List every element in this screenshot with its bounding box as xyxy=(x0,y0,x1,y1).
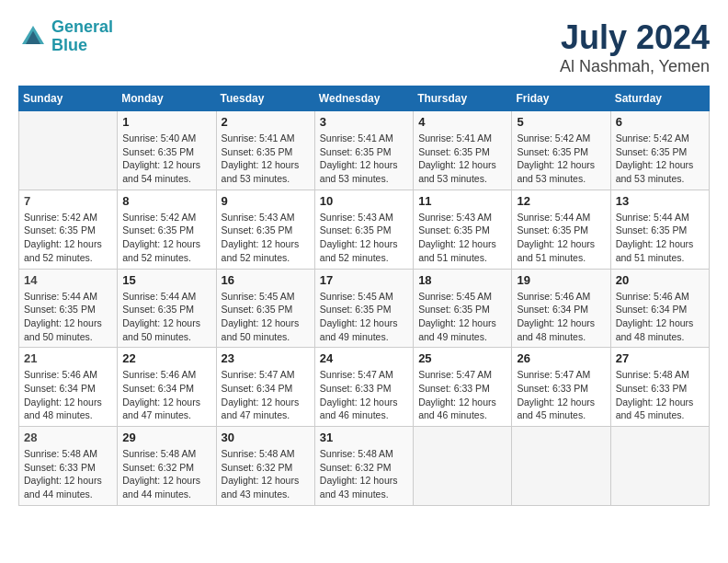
day-info: Sunrise: 5:43 AM Sunset: 6:35 PM Dayligh… xyxy=(418,211,506,265)
logo-icon xyxy=(18,22,48,52)
calendar-cell: 25Sunrise: 5:47 AM Sunset: 6:33 PM Dayli… xyxy=(414,348,512,427)
calendar-week-row: 14Sunrise: 5:44 AM Sunset: 6:35 PM Dayli… xyxy=(19,269,710,348)
calendar-table: SundayMondayTuesdayWednesdayThursdayFrid… xyxy=(18,86,710,506)
day-number: 15 xyxy=(122,273,210,287)
day-info: Sunrise: 5:47 AM Sunset: 6:34 PM Dayligh… xyxy=(222,368,310,422)
calendar-cell: 8Sunrise: 5:42 AM Sunset: 6:35 PM Daylig… xyxy=(118,190,216,269)
day-number: 8 xyxy=(122,194,210,208)
calendar-cell: 10Sunrise: 5:43 AM Sunset: 6:35 PM Dayli… xyxy=(314,190,413,269)
calendar-cell: 9Sunrise: 5:43 AM Sunset: 6:35 PM Daylig… xyxy=(216,190,314,269)
day-number: 4 xyxy=(418,115,506,129)
day-info: Sunrise: 5:43 AM Sunset: 6:35 PM Dayligh… xyxy=(320,211,408,265)
day-number: 22 xyxy=(122,351,210,365)
weekday-header: Tuesday xyxy=(216,86,314,111)
day-info: Sunrise: 5:42 AM Sunset: 6:35 PM Dayligh… xyxy=(616,132,704,186)
day-number: 23 xyxy=(222,351,310,365)
day-info: Sunrise: 5:44 AM Sunset: 6:35 PM Dayligh… xyxy=(616,211,704,265)
day-info: Sunrise: 5:44 AM Sunset: 6:35 PM Dayligh… xyxy=(517,211,605,265)
calendar-cell: 28Sunrise: 5:48 AM Sunset: 6:33 PM Dayli… xyxy=(19,427,118,506)
day-info: Sunrise: 5:48 AM Sunset: 6:32 PM Dayligh… xyxy=(320,447,408,501)
day-number: 29 xyxy=(122,431,210,444)
calendar-cell: 14Sunrise: 5:44 AM Sunset: 6:35 PM Dayli… xyxy=(19,269,118,348)
weekday-header: Monday xyxy=(118,86,216,111)
calendar-cell: 23Sunrise: 5:47 AM Sunset: 6:34 PM Dayli… xyxy=(216,348,314,427)
day-number: 17 xyxy=(320,273,408,287)
day-number: 2 xyxy=(222,115,310,129)
day-info: Sunrise: 5:44 AM Sunset: 6:35 PM Dayligh… xyxy=(24,290,112,344)
day-number: 11 xyxy=(418,194,506,208)
day-number: 13 xyxy=(616,194,704,208)
calendar-cell: 12Sunrise: 5:44 AM Sunset: 6:35 PM Dayli… xyxy=(512,190,610,269)
day-info: Sunrise: 5:41 AM Sunset: 6:35 PM Dayligh… xyxy=(320,132,408,186)
calendar-week-row: 1Sunrise: 5:40 AM Sunset: 6:35 PM Daylig… xyxy=(19,111,710,190)
calendar-cell: 29Sunrise: 5:48 AM Sunset: 6:32 PM Dayli… xyxy=(118,427,216,506)
day-info: Sunrise: 5:48 AM Sunset: 6:32 PM Dayligh… xyxy=(222,447,310,501)
day-number: 9 xyxy=(222,194,310,208)
day-info: Sunrise: 5:46 AM Sunset: 6:34 PM Dayligh… xyxy=(122,368,210,422)
day-info: Sunrise: 5:46 AM Sunset: 6:34 PM Dayligh… xyxy=(616,290,704,344)
calendar-cell: 4Sunrise: 5:41 AM Sunset: 6:35 PM Daylig… xyxy=(414,111,512,190)
logo: General Blue xyxy=(18,18,113,55)
day-number: 19 xyxy=(517,273,605,287)
calendar-cell: 22Sunrise: 5:46 AM Sunset: 6:34 PM Dayli… xyxy=(118,348,216,427)
page-header: General Blue July 2024 Al Nashmah, Yemen xyxy=(18,18,710,76)
day-info: Sunrise: 5:43 AM Sunset: 6:35 PM Dayligh… xyxy=(222,211,310,265)
day-number: 20 xyxy=(616,273,704,287)
calendar-week-row: 28Sunrise: 5:48 AM Sunset: 6:33 PM Dayli… xyxy=(19,427,710,506)
day-number: 21 xyxy=(24,351,112,365)
calendar-cell: 26Sunrise: 5:47 AM Sunset: 6:33 PM Dayli… xyxy=(512,348,610,427)
calendar-cell: 3Sunrise: 5:41 AM Sunset: 6:35 PM Daylig… xyxy=(314,111,413,190)
day-number: 10 xyxy=(320,194,408,208)
day-info: Sunrise: 5:48 AM Sunset: 6:32 PM Dayligh… xyxy=(122,447,210,501)
day-info: Sunrise: 5:42 AM Sunset: 6:35 PM Dayligh… xyxy=(122,211,210,265)
calendar-header-row: SundayMondayTuesdayWednesdayThursdayFrid… xyxy=(19,86,710,111)
day-number: 1 xyxy=(122,115,210,129)
calendar-cell: 13Sunrise: 5:44 AM Sunset: 6:35 PM Dayli… xyxy=(610,190,709,269)
calendar-week-row: 21Sunrise: 5:46 AM Sunset: 6:34 PM Dayli… xyxy=(19,348,710,427)
weekday-header: Sunday xyxy=(19,86,118,111)
day-number: 16 xyxy=(222,273,310,287)
day-info: Sunrise: 5:47 AM Sunset: 6:33 PM Dayligh… xyxy=(418,368,506,422)
calendar-cell: 18Sunrise: 5:45 AM Sunset: 6:35 PM Dayli… xyxy=(414,269,512,348)
calendar-cell: 21Sunrise: 5:46 AM Sunset: 6:34 PM Dayli… xyxy=(19,348,118,427)
day-number: 3 xyxy=(320,115,408,129)
day-info: Sunrise: 5:47 AM Sunset: 6:33 PM Dayligh… xyxy=(517,368,605,422)
day-number: 7 xyxy=(24,194,112,208)
day-number: 6 xyxy=(616,115,704,129)
weekday-header: Thursday xyxy=(414,86,512,111)
day-info: Sunrise: 5:48 AM Sunset: 6:33 PM Dayligh… xyxy=(24,447,112,501)
day-info: Sunrise: 5:44 AM Sunset: 6:35 PM Dayligh… xyxy=(122,290,210,344)
calendar-cell: 20Sunrise: 5:46 AM Sunset: 6:34 PM Dayli… xyxy=(610,269,709,348)
calendar-cell xyxy=(414,427,512,506)
day-info: Sunrise: 5:46 AM Sunset: 6:34 PM Dayligh… xyxy=(517,290,605,344)
day-number: 30 xyxy=(222,431,310,444)
weekday-header: Saturday xyxy=(610,86,709,111)
calendar-cell: 24Sunrise: 5:47 AM Sunset: 6:33 PM Dayli… xyxy=(314,348,413,427)
day-info: Sunrise: 5:41 AM Sunset: 6:35 PM Dayligh… xyxy=(222,132,310,186)
calendar-cell: 19Sunrise: 5:46 AM Sunset: 6:34 PM Dayli… xyxy=(512,269,610,348)
day-info: Sunrise: 5:41 AM Sunset: 6:35 PM Dayligh… xyxy=(418,132,506,186)
calendar-cell: 30Sunrise: 5:48 AM Sunset: 6:32 PM Dayli… xyxy=(216,427,314,506)
logo-text: General Blue xyxy=(51,18,113,55)
calendar-cell: 17Sunrise: 5:45 AM Sunset: 6:35 PM Dayli… xyxy=(314,269,413,348)
weekday-header: Friday xyxy=(512,86,610,111)
day-info: Sunrise: 5:45 AM Sunset: 6:35 PM Dayligh… xyxy=(320,290,408,344)
calendar-title: July 2024 xyxy=(560,18,710,57)
calendar-cell: 16Sunrise: 5:45 AM Sunset: 6:35 PM Dayli… xyxy=(216,269,314,348)
calendar-cell: 31Sunrise: 5:48 AM Sunset: 6:32 PM Dayli… xyxy=(314,427,413,506)
calendar-cell: 6Sunrise: 5:42 AM Sunset: 6:35 PM Daylig… xyxy=(610,111,709,190)
day-info: Sunrise: 5:47 AM Sunset: 6:33 PM Dayligh… xyxy=(320,368,408,422)
calendar-cell xyxy=(512,427,610,506)
calendar-cell: 2Sunrise: 5:41 AM Sunset: 6:35 PM Daylig… xyxy=(216,111,314,190)
calendar-cell: 7Sunrise: 5:42 AM Sunset: 6:35 PM Daylig… xyxy=(19,190,118,269)
day-number: 5 xyxy=(517,115,605,129)
title-block: July 2024 Al Nashmah, Yemen xyxy=(560,18,710,76)
day-info: Sunrise: 5:45 AM Sunset: 6:35 PM Dayligh… xyxy=(418,290,506,344)
calendar-cell: 5Sunrise: 5:42 AM Sunset: 6:35 PM Daylig… xyxy=(512,111,610,190)
calendar-cell xyxy=(19,111,118,190)
day-number: 26 xyxy=(517,351,605,365)
calendar-week-row: 7Sunrise: 5:42 AM Sunset: 6:35 PM Daylig… xyxy=(19,190,710,269)
weekday-header: Wednesday xyxy=(314,86,413,111)
day-info: Sunrise: 5:40 AM Sunset: 6:35 PM Dayligh… xyxy=(122,132,210,186)
day-number: 12 xyxy=(517,194,605,208)
